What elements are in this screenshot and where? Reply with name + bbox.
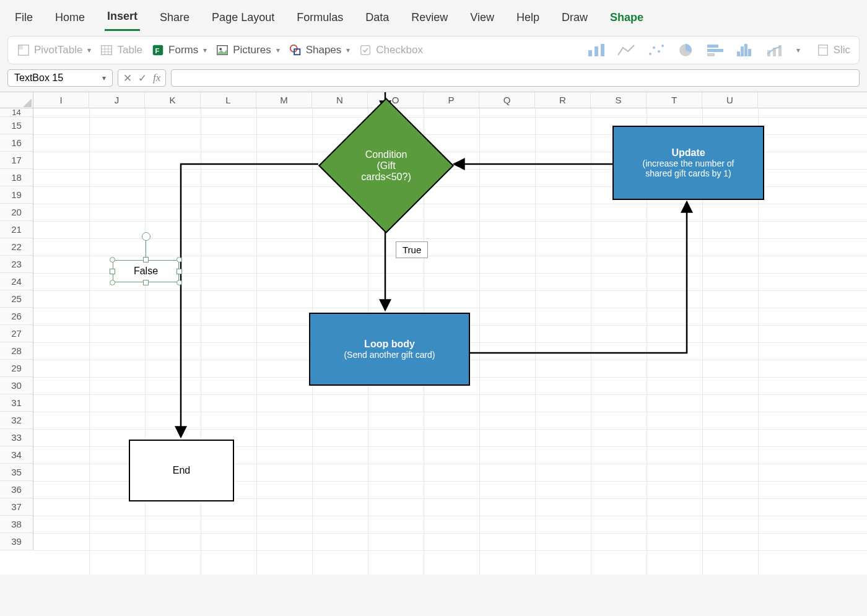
combo-chart-icon[interactable] <box>765 43 784 58</box>
row-header[interactable]: 30 <box>0 377 33 394</box>
row-header[interactable]: 22 <box>0 238 33 256</box>
column-header[interactable]: I <box>33 92 89 108</box>
tab-home[interactable]: Home <box>53 6 87 30</box>
tab-insert[interactable]: Insert <box>105 5 140 31</box>
row-headers: 1415161718192021222324252627282930313233… <box>0 108 33 550</box>
column-header[interactable]: O <box>368 92 424 108</box>
row-header[interactable]: 17 <box>0 152 33 169</box>
row-header[interactable]: 38 <box>0 516 33 533</box>
row-header[interactable]: 20 <box>0 204 33 221</box>
table-button[interactable]: Table <box>100 43 142 57</box>
column-header[interactable]: Q <box>479 92 535 108</box>
row-header[interactable]: 21 <box>0 221 33 238</box>
tab-draw[interactable]: Draw <box>559 6 590 30</box>
resize-handle-n[interactable] <box>143 257 149 262</box>
svg-rect-25 <box>737 51 740 56</box>
tab-review[interactable]: Review <box>409 6 450 30</box>
condition-shape[interactable]: Condition (Gift cards<50?) <box>338 118 434 214</box>
row-header[interactable]: 33 <box>0 429 33 446</box>
pictures-button[interactable]: Pictures ▾ <box>216 43 279 57</box>
row-header[interactable]: 37 <box>0 498 33 516</box>
slicer-button[interactable]: Slic <box>816 43 850 57</box>
column-chart-icon[interactable] <box>587 43 606 58</box>
row-header[interactable]: 16 <box>0 134 33 152</box>
row-header[interactable]: 39 <box>0 533 33 550</box>
column-headers: IJKLMNOPQRSTU <box>33 92 867 108</box>
row-header[interactable]: 19 <box>0 186 33 204</box>
end-shape[interactable]: End <box>129 440 234 501</box>
tab-view[interactable]: View <box>468 6 497 30</box>
row-header[interactable]: 31 <box>0 394 33 412</box>
resize-handle-nw[interactable] <box>110 257 115 262</box>
rotate-handle[interactable] <box>142 232 150 241</box>
resize-handle-sw[interactable] <box>110 280 115 285</box>
tab-help[interactable]: Help <box>514 6 542 30</box>
chevron-down-icon: ▾ <box>346 46 350 54</box>
row-header[interactable]: 14 <box>0 108 33 117</box>
column-header[interactable]: U <box>702 92 758 108</box>
resize-handle-s[interactable] <box>143 280 149 285</box>
column-header[interactable]: P <box>424 92 479 108</box>
row-header[interactable]: 15 <box>0 117 33 134</box>
line-chart-icon[interactable] <box>617 43 635 58</box>
select-all-corner[interactable] <box>0 92 33 108</box>
row-header[interactable]: 26 <box>0 308 33 325</box>
histogram-icon[interactable] <box>736 43 754 58</box>
row-header[interactable]: 28 <box>0 342 33 360</box>
row-header[interactable]: 24 <box>0 273 33 290</box>
column-header[interactable]: L <box>201 92 256 108</box>
column-header[interactable]: N <box>312 92 368 108</box>
pie-chart-icon[interactable] <box>676 43 695 58</box>
bar-chart-icon[interactable] <box>706 43 725 58</box>
tab-file[interactable]: File <box>12 6 35 30</box>
column-header[interactable]: M <box>256 92 312 108</box>
tab-data[interactable]: Data <box>363 6 391 30</box>
row-header[interactable]: 34 <box>0 446 33 464</box>
resize-handle-se[interactable] <box>176 280 182 285</box>
loop-body-shape[interactable]: Loop body (Send another gift card) <box>309 313 470 386</box>
svg-point-18 <box>653 46 655 49</box>
tab-share[interactable]: Share <box>157 6 192 30</box>
cancel-icon[interactable]: ✕ <box>123 72 132 85</box>
row-header[interactable]: 27 <box>0 325 33 342</box>
row-header[interactable]: 23 <box>0 256 33 273</box>
name-box[interactable]: TextBox 15 ▾ <box>7 69 113 87</box>
svg-rect-28 <box>748 49 751 56</box>
fx-icon[interactable]: fx <box>153 72 160 84</box>
chevron-down-icon[interactable]: ▾ <box>796 46 800 54</box>
pivot-table-button[interactable]: PivotTable ▾ <box>17 43 91 57</box>
resize-handle-e[interactable] <box>176 269 182 274</box>
column-header[interactable]: R <box>535 92 591 108</box>
row-header[interactable]: 18 <box>0 169 33 186</box>
svg-rect-15 <box>595 46 598 56</box>
false-textbox-selected[interactable]: False <box>113 260 179 282</box>
tab-shape[interactable]: Shape <box>608 6 646 30</box>
column-header[interactable]: S <box>591 92 647 108</box>
row-header[interactable]: 29 <box>0 360 33 377</box>
svg-rect-13 <box>361 46 370 55</box>
resize-handle-ne[interactable] <box>176 257 182 262</box>
confirm-icon[interactable]: ✓ <box>138 72 147 85</box>
row-header[interactable]: 25 <box>0 290 33 308</box>
formula-buttons: ✕ ✓ fx <box>118 69 166 87</box>
pivot-table-icon <box>17 43 30 57</box>
row-header[interactable]: 36 <box>0 481 33 498</box>
row-header[interactable]: 35 <box>0 464 33 481</box>
resize-handle-w[interactable] <box>110 269 115 274</box>
shapes-button[interactable]: Shapes ▾ <box>289 43 351 57</box>
tab-page-layout[interactable]: Page Layout <box>209 6 277 30</box>
checkbox-button[interactable]: Checkbox <box>359 43 423 57</box>
chevron-down-icon[interactable]: ▾ <box>102 74 106 82</box>
true-label[interactable]: True <box>396 241 428 258</box>
update-shape[interactable]: Update (increase the number of shared gi… <box>612 126 764 200</box>
column-header[interactable]: K <box>145 92 201 108</box>
scatter-chart-icon[interactable] <box>647 43 665 58</box>
forms-button[interactable]: F Forms ▾ <box>151 43 207 57</box>
spreadsheet-grid: IJKLMNOPQRSTU 14151617181920212223242526… <box>0 92 867 575</box>
column-header[interactable]: T <box>647 92 702 108</box>
formula-bar[interactable] <box>171 69 860 87</box>
column-header[interactable]: J <box>89 92 145 108</box>
tab-formulas[interactable]: Formulas <box>294 6 346 30</box>
svg-rect-23 <box>707 49 723 52</box>
row-header[interactable]: 32 <box>0 412 33 429</box>
